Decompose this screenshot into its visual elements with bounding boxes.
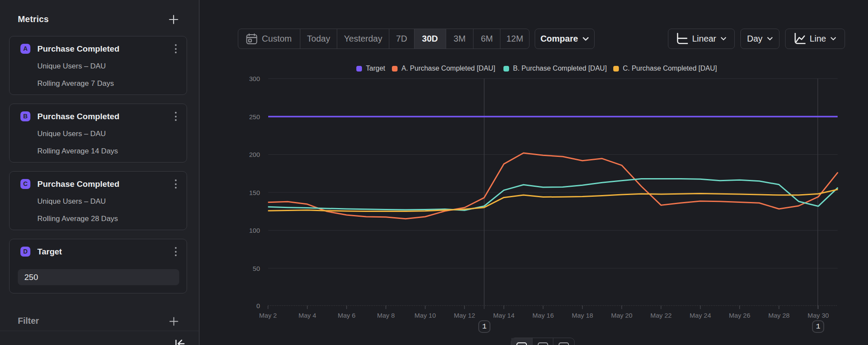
svg-text:May 28: May 28: [768, 312, 789, 319]
svg-text:May 12: May 12: [454, 312, 475, 319]
svg-text:May 2: May 2: [259, 312, 277, 319]
svg-text:May 30: May 30: [808, 312, 829, 319]
svg-text:May 20: May 20: [611, 312, 632, 319]
svg-text:May 24: May 24: [690, 312, 711, 319]
svg-text:May 10: May 10: [414, 312, 436, 319]
svg-text:May 14: May 14: [493, 312, 514, 319]
svg-text:May 6: May 6: [338, 312, 355, 319]
svg-text:250: 250: [249, 113, 260, 120]
svg-text:200: 200: [249, 151, 260, 158]
svg-text:May 4: May 4: [299, 312, 316, 319]
svg-text:50: 50: [253, 265, 260, 272]
svg-text:May 26: May 26: [729, 312, 750, 319]
svg-text:May 18: May 18: [572, 312, 593, 319]
svg-text:100: 100: [249, 227, 260, 234]
svg-text:May 22: May 22: [650, 312, 671, 319]
svg-text:May 16: May 16: [533, 312, 554, 319]
svg-text:May 8: May 8: [377, 312, 395, 319]
svg-text:0: 0: [256, 302, 260, 309]
svg-text:150: 150: [249, 189, 260, 196]
svg-text:300: 300: [249, 75, 260, 82]
